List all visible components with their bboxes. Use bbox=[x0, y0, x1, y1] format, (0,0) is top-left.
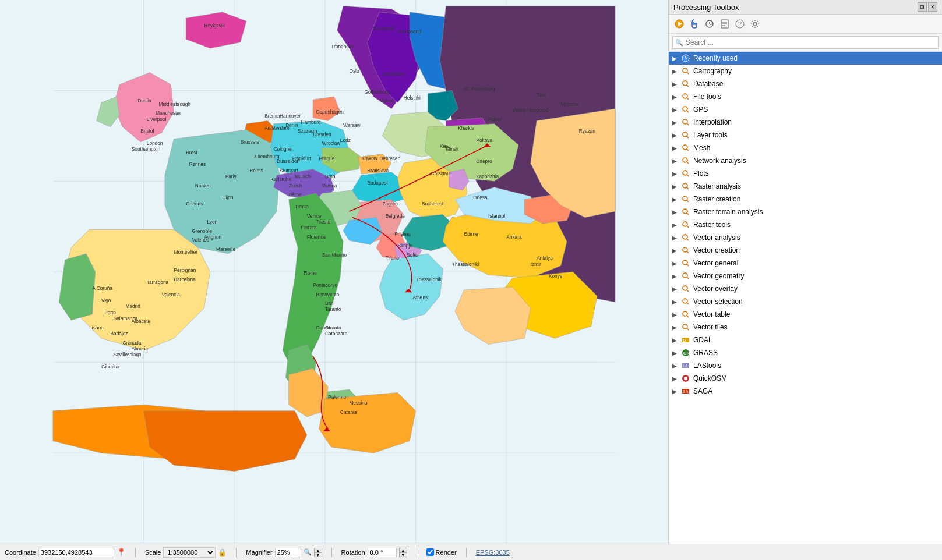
tree-item-network-analysis[interactable]: ▶Network analysis bbox=[669, 154, 942, 167]
tree-icon-raster-creation bbox=[680, 194, 691, 204]
svg-point-176 bbox=[683, 222, 687, 226]
processing-toolbox-panel: Processing Toolbox ⊡ ✕ bbox=[668, 0, 942, 544]
render-checkbox[interactable] bbox=[426, 548, 434, 556]
lock-icon[interactable]: 🔒 bbox=[218, 548, 227, 557]
status-bar: Coordinate 📍 Scale 1:3500000 1:1000000 1… bbox=[0, 544, 942, 560]
tree-item-interpolation[interactable]: ▶Interpolation bbox=[669, 116, 942, 129]
tree-item-raster-analysis[interactable]: ▶Raster analysis bbox=[669, 180, 942, 193]
tree-icon-vector-table bbox=[680, 309, 691, 320]
scale-select[interactable]: 1:3500000 1:1000000 1:500000 bbox=[163, 547, 216, 558]
tree-label-vector-analysis: Vector analysis bbox=[693, 233, 740, 242]
run-tool-icon[interactable] bbox=[672, 17, 686, 31]
tree-item-vector-table[interactable]: ▶Vector table bbox=[669, 308, 942, 321]
svg-text:Montpellier: Montpellier bbox=[174, 249, 197, 255]
svg-line-189 bbox=[687, 303, 689, 304]
tree-item-vector-overlay[interactable]: ▶Vector overlay bbox=[669, 282, 942, 295]
svg-text:Skopje: Skopje bbox=[397, 243, 412, 249]
svg-text:Berlin: Berlin bbox=[285, 122, 298, 128]
tree-item-vector-geometry[interactable]: ▶Vector geometry bbox=[669, 270, 942, 282]
close-button[interactable]: ✕ bbox=[928, 2, 937, 12]
svg-text:Kharkiv: Kharkiv bbox=[458, 125, 475, 131]
tree-label-vector-geometry: Vector geometry bbox=[693, 272, 744, 280]
tree-item-gps[interactable]: ▶GPS bbox=[669, 103, 942, 116]
tree-icon-layer-tools bbox=[680, 130, 691, 140]
epsg-item[interactable]: EPSG:3035 bbox=[476, 549, 510, 556]
svg-text:Dusseldorf: Dusseldorf bbox=[277, 158, 300, 164]
svg-text:Orleons: Orleons bbox=[186, 201, 203, 207]
tree-item-raster-tools[interactable]: ▶Raster tools bbox=[669, 218, 942, 231]
rotation-spinner[interactable]: ▲ ▼ bbox=[399, 548, 407, 557]
tree-item-file-tools[interactable]: ▶File tools bbox=[669, 90, 942, 103]
help-icon[interactable]: ? bbox=[733, 17, 747, 31]
tree-item-lastools[interactable]: ▶LALAStools bbox=[669, 359, 942, 372]
toolbox-title: Processing Toolbox bbox=[673, 3, 739, 12]
tree-item-raster-creation[interactable]: ▶Raster creation bbox=[669, 193, 942, 205]
svg-text:Catania: Catania bbox=[340, 409, 357, 415]
svg-text:Granada: Granada bbox=[122, 340, 142, 346]
svg-text:Malaga: Malaga bbox=[125, 352, 142, 357]
tree-item-vector-general[interactable]: ▶Vector general bbox=[669, 257, 942, 270]
tree-label-vector-table: Vector table bbox=[693, 310, 730, 318]
settings-icon[interactable] bbox=[748, 17, 762, 31]
scale-item: Scale 1:3500000 1:1000000 1:500000 🔒 bbox=[145, 547, 227, 558]
tree-item-layer-tools[interactable]: ▶Layer tools bbox=[669, 129, 942, 141]
svg-text:Luxembourg: Luxembourg bbox=[252, 154, 280, 160]
svg-text:Middlesbrough: Middlesbrough bbox=[159, 101, 191, 107]
svg-text:Odesa: Odesa bbox=[473, 194, 488, 200]
svg-text:Thessaloniki: Thessaloniki bbox=[416, 277, 443, 282]
rotation-down[interactable]: ▼ bbox=[399, 552, 407, 557]
tree-item-mesh[interactable]: ▶Mesh bbox=[669, 141, 942, 154]
tree-item-vector-tiles[interactable]: ▶Vector tiles bbox=[669, 321, 942, 334]
svg-text:GR: GR bbox=[683, 351, 690, 355]
python-icon[interactable] bbox=[687, 17, 701, 31]
epsg-link[interactable]: EPSG:3035 bbox=[476, 549, 510, 556]
tree-item-quickosm[interactable]: ▶QuickOSM bbox=[669, 372, 942, 385]
tree-item-database[interactable]: ▶Database bbox=[669, 77, 942, 90]
tree-item-grass[interactable]: ▶GRGRASS bbox=[669, 346, 942, 359]
tree-label-plots: Plots bbox=[693, 169, 709, 178]
float-button[interactable]: ⊡ bbox=[918, 2, 927, 12]
rotation-up[interactable]: ▲ bbox=[399, 548, 407, 552]
svg-text:Berne: Berne bbox=[289, 192, 302, 197]
rotation-input[interactable] bbox=[368, 548, 397, 557]
tree-item-vector-creation[interactable]: ▶Vector creation bbox=[669, 244, 942, 257]
tree-item-gdal[interactable]: ▶GGDAL bbox=[669, 334, 942, 346]
tree-item-plots[interactable]: ▶Plots bbox=[669, 167, 942, 180]
svg-text:Antalya: Antalya bbox=[537, 255, 553, 261]
tree-item-vector-selection[interactable]: ▶Vector selection bbox=[669, 295, 942, 308]
tree-item-vector-analysis[interactable]: ▶Vector analysis bbox=[669, 231, 942, 244]
magnifier-up[interactable]: ▲ bbox=[314, 548, 322, 552]
coordinate-input[interactable] bbox=[38, 548, 114, 557]
tree-label-grass: GRASS bbox=[693, 349, 718, 357]
tree-item-cartography[interactable]: ▶Cartography bbox=[669, 65, 942, 77]
tree-icon-gdal: G bbox=[680, 335, 691, 345]
magnifier-input[interactable] bbox=[275, 548, 301, 557]
svg-text:Thessaloniki: Thessaloniki bbox=[452, 261, 479, 267]
tree-label-interpolation: Interpolation bbox=[693, 118, 732, 126]
svg-text:Velikiy Novgorod: Velikiy Novgorod bbox=[513, 107, 549, 113]
svg-text:Valencia: Valencia bbox=[162, 292, 181, 297]
svg-text:Pristina: Pristina bbox=[394, 231, 411, 237]
svg-text:Bristol: Bristol bbox=[140, 128, 154, 134]
svg-text:Warsaw: Warsaw bbox=[343, 122, 361, 128]
map-canvas[interactable]: Dublin Liverpool Manchester Middlesbroug… bbox=[0, 0, 668, 544]
svg-line-169 bbox=[687, 175, 689, 176]
magnifier-spinner[interactable]: ▲ ▼ bbox=[314, 548, 322, 557]
tree-label-mesh: Mesh bbox=[693, 144, 710, 152]
magnifier-down[interactable]: ▼ bbox=[314, 552, 322, 557]
tree-icon-plots bbox=[680, 168, 691, 179]
svg-text:SA: SA bbox=[683, 389, 689, 394]
tree-item-recently-used[interactable]: ▶Recently used bbox=[669, 52, 942, 65]
rotation-item: Rotation ▲ ▼ bbox=[341, 548, 407, 557]
svg-text:Dnepro: Dnepro bbox=[476, 158, 492, 164]
svg-text:Helsinki: Helsinki bbox=[404, 95, 421, 101]
tree-item-saga[interactable]: ▶SASAGA bbox=[669, 385, 942, 398]
tree-icon-cartography bbox=[680, 66, 691, 76]
search-input[interactable] bbox=[672, 36, 939, 49]
history-icon[interactable] bbox=[703, 17, 717, 31]
svg-text:Lisbon: Lisbon bbox=[89, 325, 104, 331]
svg-line-173 bbox=[687, 200, 689, 202]
tree-icon-vector-overlay bbox=[680, 283, 691, 294]
results-icon[interactable] bbox=[718, 17, 732, 31]
tree-item-raster-terrain-analysis[interactable]: ▶Raster terrain analysis bbox=[669, 205, 942, 218]
